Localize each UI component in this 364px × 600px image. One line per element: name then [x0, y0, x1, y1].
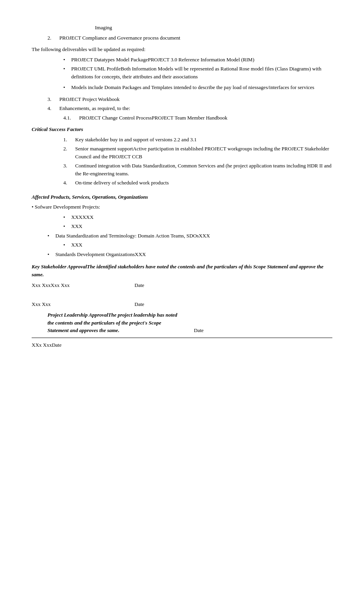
bullet-2-icon: •: [63, 65, 71, 80]
pl-date-label: Date: [194, 327, 204, 334]
final-sig-text: XXx XxxDate: [32, 342, 61, 348]
csf1-text: Key stakeholder buy in and support of ve…: [75, 136, 197, 144]
csf-item-3: 3. Continued integration with Data Stand…: [63, 162, 332, 177]
sig1-name: Xxx XxxXxx Xxx: [32, 281, 103, 289]
bullet-3-icon: •: [63, 84, 71, 91]
bullet-3-text: Models include Domain Packages and Templ…: [71, 84, 314, 91]
list-item-4: 4. Enhancements, as required, to the:: [47, 104, 332, 112]
csf1-number: 1.: [63, 136, 75, 144]
item2-text: PROJECT Compliance and Governance proces…: [59, 34, 180, 42]
bullet-item-1: • PROJECT Datatypes Model PackagePROJECT…: [63, 56, 332, 64]
spacer-1: [32, 292, 332, 300]
signature-row-2: Xxx Xxx Date: [32, 300, 332, 308]
bullet-item-3: • Models include Domain Packages and Tem…: [63, 84, 332, 91]
csf4-text: On-time delivery of scheduled work produ…: [75, 179, 169, 187]
sig1-date-label: Date: [135, 281, 144, 289]
item4-text: Enhancements, as required, to the:: [59, 104, 130, 112]
affected-intro: • Sofware Development Projects:: [32, 203, 332, 211]
item3-number: 3.: [47, 95, 59, 103]
csf2-number: 2.: [63, 145, 75, 160]
sig2-name: Xxx Xxx: [32, 300, 103, 308]
list-item-41: 4.1. PROJECT Change Control ProcessPROJE…: [63, 114, 332, 122]
signature-row-1: Xxx XxxXxx Xxx Date: [32, 281, 332, 289]
page-content: Imaging 2. PROJECT Compliance and Govern…: [32, 24, 332, 349]
affected-bullet-1: • XXXXXX: [63, 213, 332, 221]
affected-bull-4-text: Standards Development OrganizationsXXX: [55, 251, 146, 258]
item41-number: 4.1.: [63, 114, 79, 122]
csf-heading: Critical Success Factors: [32, 125, 332, 133]
following-paragraph: The following deliverables will be updat…: [32, 46, 332, 53]
csf-item-1: 1. Key stakeholder buy in and support of…: [63, 136, 332, 144]
affected-bull-3-icon: •: [47, 232, 55, 240]
csf-item-2: 2. Senior management supportActive parti…: [32, 145, 332, 160]
csf2-text: Senior management supportActive particip…: [75, 145, 332, 160]
bullet-1-text: PROJECT Datatypes Model PackagePROJECT 3…: [71, 56, 254, 64]
affected-bullet-2: • XXX: [63, 222, 332, 230]
pl-text-block: Project Leadership ApprovalThe project l…: [47, 311, 182, 334]
csf-item-4: 4. On-time delivery of scheduled work pr…: [63, 179, 332, 187]
affected-bull-1-text: XXXXXX: [71, 213, 93, 221]
following-text: The following deliverables will be updat…: [32, 46, 146, 52]
item4-number: 4.: [47, 104, 59, 112]
key-stakeholder-section: Key Stakeholder ApprovalThe identified s…: [32, 263, 332, 278]
csf4-number: 4.: [63, 179, 75, 187]
csf3-number: 3.: [63, 162, 75, 177]
affected-bullet-4: • Standards Development OrganizationsXXX: [47, 251, 332, 258]
pl-heading: Project Leadership ApprovalThe project l…: [47, 312, 177, 333]
affected-bull-3-text: Data Standardization and Terminology: Do…: [55, 232, 210, 240]
item3-text: PROJECT Project Workbook: [59, 95, 119, 103]
affected-bull-4-icon: •: [47, 251, 55, 258]
divider-line: [32, 338, 332, 338]
affected-bullet-3-sub: • XXX: [63, 241, 332, 249]
imaging-label: Imaging: [95, 25, 112, 30]
affected-bull-3-sub-text: XXX: [71, 241, 82, 249]
affected-bull-2-text: XXX: [71, 222, 82, 230]
bullet-item-2: • PROJECT UML ProfileBoth Information Mo…: [63, 65, 332, 80]
imaging-item: Imaging: [95, 24, 332, 32]
affected-bull-3-sub-icon: •: [63, 241, 71, 249]
final-sig: XXx XxxDate: [32, 341, 332, 349]
affected-bull-1-icon: •: [63, 213, 71, 221]
affected-heading: Affected Products, Services, Operations,…: [32, 193, 332, 201]
item41-text: PROJECT Change Control ProcessPROJECT Te…: [79, 114, 228, 122]
sig2-date-label: Date: [135, 300, 144, 308]
bullet-1-icon: •: [63, 56, 71, 64]
bullet-2-text: PROJECT UML ProfileBoth Information Mode…: [71, 65, 332, 80]
csf3-text: Continued integration with Data Standard…: [75, 162, 332, 177]
affected-bullet-3: • Data Standardization and Terminology: …: [47, 232, 332, 240]
item2-number: 2.: [47, 34, 59, 42]
key-stakeholder-heading: Key Stakeholder ApprovalThe identified s…: [32, 264, 324, 277]
affected-bull-2-icon: •: [63, 222, 71, 230]
pl-content: Project Leadership ApprovalThe project l…: [47, 311, 332, 334]
list-item-2: 2. PROJECT Compliance and Governance pro…: [47, 34, 332, 42]
list-item-3: 3. PROJECT Project Workbook: [47, 95, 332, 103]
project-leadership-block: Project Leadership ApprovalThe project l…: [47, 311, 332, 334]
